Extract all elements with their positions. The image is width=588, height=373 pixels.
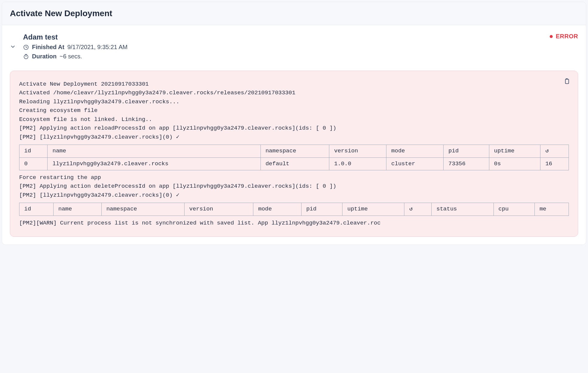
table-header-cell: pid [301, 203, 342, 216]
finished-at-label: Finished At [32, 44, 64, 51]
table-header-cell: namespace [261, 145, 329, 157]
table-header-cell: id [19, 203, 54, 216]
duration-value: ~6 secs. [60, 53, 82, 60]
table-header-cell: version [329, 145, 386, 157]
clock-icon [23, 44, 29, 50]
table-cell: 73356 [444, 157, 489, 170]
log-output-panel: Activate New Deployment 20210917033301Ac… [10, 71, 578, 237]
table-header-cell: version [184, 203, 253, 216]
deployment-step-panel: Activate New Deployment ERROR Adam test … [2, 2, 586, 245]
table-cell: 16 [540, 157, 569, 170]
table-header-cell: pid [444, 145, 489, 157]
log-line: Creating ecosystem file [19, 106, 569, 115]
log-line: [PM2] [llyz1lnpvhgg0y3a2479.cleaver.rock… [19, 191, 569, 200]
status-text: ERROR [556, 33, 578, 40]
table-header-cell: mode [386, 145, 444, 157]
table-header-cell: name [54, 203, 102, 216]
pm2-process-table-1: idnamenamespaceversionmodepiduptime↺ 0ll… [19, 145, 569, 170]
panel-header: Activate New Deployment [2, 2, 586, 25]
log-line: [PM2][WARN] Current process list is not … [19, 219, 569, 228]
finished-at-row: Finished At 9/17/2021, 9:35:21 AM [23, 44, 578, 51]
finished-at-value: 9/17/2021, 9:35:21 AM [67, 44, 127, 51]
chevron-down-icon [10, 44, 16, 50]
table-header-cell: status [432, 203, 493, 216]
table-header-cell: mode [253, 203, 301, 216]
duration-row: Duration ~6 secs. [23, 53, 578, 60]
log-line: [PM2] Applying action reloadProcessId on… [19, 124, 569, 133]
clipboard-icon [563, 78, 570, 85]
duration-label: Duration [32, 53, 57, 60]
table-cell: llyz1lnpvhgg0y3a2479.cleaver.rocks [48, 157, 261, 170]
table-row: 0llyz1lnpvhgg0y3a2479.cleaver.rocksdefau… [19, 157, 569, 170]
table-header-cell: me [534, 203, 569, 216]
table-header-cell: uptime [342, 203, 404, 216]
log-line: [PM2] Applying action deleteProcessId on… [19, 182, 569, 191]
table-header-cell: namespace [101, 203, 184, 216]
table-header-cell: id [19, 145, 48, 157]
svg-rect-4 [565, 79, 569, 84]
log-line: Ecosystem file is not linked. Linking.. [19, 115, 569, 124]
page-title: Activate New Deployment [10, 9, 578, 18]
table-header-cell: cpu [493, 203, 534, 216]
table-header-cell: ↺ [404, 203, 432, 216]
table-cell: 0 [19, 157, 48, 170]
table-header-cell: name [48, 145, 261, 157]
expand-toggle[interactable] [10, 33, 16, 50]
stopwatch-icon [23, 54, 29, 60]
status-badge: ERROR [550, 33, 578, 40]
table-header-cell: uptime [489, 145, 540, 157]
table-cell: cluster [386, 157, 444, 170]
log-line: Activated /home/cleavr/llyz1lnpvhgg0y3a2… [19, 89, 569, 97]
table-cell: default [261, 157, 329, 170]
log-line: [PM2] [llyz1lnpvhgg0y3a2479.cleaver.rock… [19, 133, 569, 142]
status-dot-icon [550, 35, 553, 38]
log-line: Activate New Deployment 20210917033301 [19, 80, 569, 89]
table-cell: 0s [489, 157, 540, 170]
pm2-process-table-2: idnamenamespaceversionmodepiduptime↺stat… [19, 203, 569, 216]
deployment-name: Adam test [23, 33, 578, 41]
log-line: Force restarting the app [19, 173, 569, 182]
table-header-cell: ↺ [540, 145, 569, 157]
table-cell: 1.0.0 [329, 157, 386, 170]
log-line: Reloading llyz1lnpvhgg0y3a2479.cleaver.r… [19, 98, 569, 106]
copy-log-button[interactable] [562, 77, 571, 86]
